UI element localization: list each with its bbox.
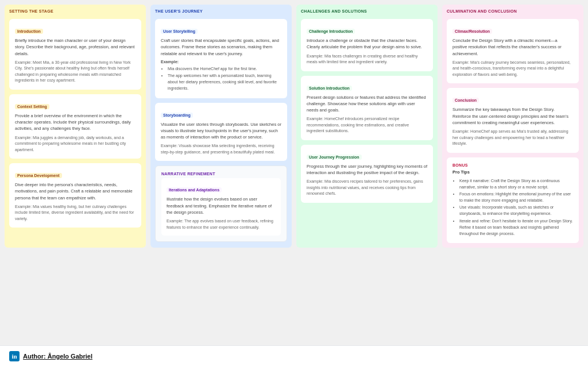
footer: in Author: Ângelo Gabriel [0, 345, 588, 366]
tip-2: Focus on emotions: Highlight the emotion… [459, 191, 573, 203]
card-example-persona: Example: Mia values healthy living, but … [15, 204, 136, 222]
card-example-iterations: Example: The app evolves based on user f… [167, 218, 276, 230]
narrative-header: Narrative Refinement [161, 172, 281, 176]
card-persona: Persona Development Dive deeper into the… [9, 163, 141, 228]
card-example-challenge-intro: Example: Mia faces challenges in creatin… [307, 53, 427, 66]
column-user: The User's Journey User Storytelling Cra… [150, 5, 292, 248]
card-body-introduction: Briefly introduce the main character or … [15, 37, 136, 57]
column-header-setting: Setting the Stage [9, 9, 141, 13]
card-example-journey-progression: Example: Mia discovers recipes tailored … [307, 179, 427, 197]
column-header-challenges: Challenges and Solutions [301, 9, 433, 13]
card-example-climax: Example: Mia's culinary journey becomes … [452, 60, 573, 78]
card-bonus: Bonus Pro Tips Keep it narrative: Craft … [447, 157, 579, 244]
bullet-1: Mia discovers the HomeChef app for the f… [168, 66, 281, 72]
card-label-challenge-intro: Challenge Introduction [307, 29, 355, 34]
card-label-climax: Climax/Resolution [452, 29, 492, 34]
column-challenges: Challenges and Solutions Challenge Intro… [296, 5, 438, 248]
card-storytelling: User Storytelling Craft user stories tha… [155, 19, 287, 98]
card-example-introduction: Example: Meet Mia, a 30-year-old profess… [15, 60, 136, 84]
bullet-2: The app welcomes her with a personalized… [168, 72, 281, 92]
bonus-header: Bonus [452, 163, 573, 167]
card-body-storyboarding: Visualize the user stories through story… [161, 121, 281, 141]
card-example-context: Example: Mia juggles a demanding job, da… [15, 135, 136, 153]
column-header-user: The User's Journey [155, 9, 287, 13]
linkedin-icon: in [9, 351, 20, 361]
card-example-label-storytelling: Example: [161, 60, 281, 64]
narrative-refinement-section: Narrative Refinement Iterations and Adap… [155, 165, 287, 242]
card-label-conclusion: Conclusion [452, 98, 479, 103]
footer-linkedin-section: in Author: Ângelo Gabriel [9, 351, 92, 361]
card-body-climax: Conclude the Design Story with a climact… [452, 37, 573, 57]
card-body-context: Provide a brief overview of the environm… [15, 113, 136, 132]
card-label-journey-progression: User Journey Progression [307, 155, 362, 160]
column-culmination: Culmination and Conclusion Climax/Resolu… [442, 5, 583, 248]
footer-author-label: Author: Ângelo Gabriel [23, 353, 92, 360]
card-label-persona: Persona Development [15, 173, 62, 178]
card-bullets-storytelling: Mia discovers the HomeChef app for the f… [161, 66, 281, 92]
column-setting: Setting the Stage Introduction Briefly i… [5, 5, 146, 248]
card-body-persona: Dive deeper into the persona's character… [15, 182, 136, 201]
card-solution-intro: Solution Introduction Present design sol… [301, 76, 433, 140]
card-label-storytelling: User Storytelling [161, 29, 198, 34]
card-label-context: Context Setting [15, 104, 49, 109]
card-climax: Climax/Resolution Conclude the Design St… [447, 19, 579, 83]
column-header-culmination: Culmination and Conclusion [447, 9, 579, 13]
card-challenge-intro: Challenge Introduction Introduce a chall… [301, 19, 433, 71]
card-introduction: Introduction Briefly introduce the main … [9, 19, 141, 90]
card-example-solution-intro: Example: HomeChef introduces personalize… [307, 116, 427, 134]
card-label-solution-intro: Solution Introduction [307, 86, 352, 91]
tip-3: Use visuals: Incorporate visuals, such a… [459, 204, 573, 217]
tip-4: Iterate and refine: Don't hesitate to it… [459, 218, 573, 237]
card-body-storytelling: Craft user stories that encapsulate spec… [161, 37, 281, 57]
card-body-solution-intro: Present design solutions or features tha… [307, 94, 427, 114]
card-body-iterations: Illustrate how the design evolves based … [167, 196, 276, 215]
card-iterations: Iterations and Adaptations Illustrate ho… [161, 178, 281, 236]
pro-tips-label: Pro Tips [452, 169, 573, 175]
card-label-introduction: Introduction [15, 29, 43, 34]
card-body-journey-progression: Progress through the user journey, highl… [307, 163, 427, 176]
card-label-storyboarding: Storyboarding [161, 113, 193, 118]
card-journey-progression: User Journey Progression Progress throug… [301, 145, 433, 203]
card-body-conclusion: Summarize the key takeaways from the Des… [452, 106, 573, 126]
card-example-storyboarding: Example: Visuals showcase Mia selecting … [161, 143, 281, 155]
main-grid: Setting the Stage Introduction Briefly i… [5, 5, 583, 248]
card-example-conclusion: Example: HomeChef app serves as Mia's tr… [452, 129, 573, 147]
tip-1: Keep it narrative: Craft the Design Stor… [459, 178, 573, 190]
card-storyboarding: Storyboarding Visualize the user stories… [155, 103, 287, 161]
bonus-tips-list: Keep it narrative: Craft the Design Stor… [452, 178, 573, 237]
card-conclusion: Conclusion Summarize the key takeaways f… [447, 88, 579, 152]
page-wrapper: Setting the Stage Introduction Briefly i… [0, 0, 588, 366]
card-context: Context Setting Provide a brief overview… [9, 94, 141, 159]
card-label-iterations: Iterations and Adaptations [167, 187, 222, 192]
card-body-challenge-intro: Introduce a challenge or obstacle that t… [307, 37, 427, 51]
